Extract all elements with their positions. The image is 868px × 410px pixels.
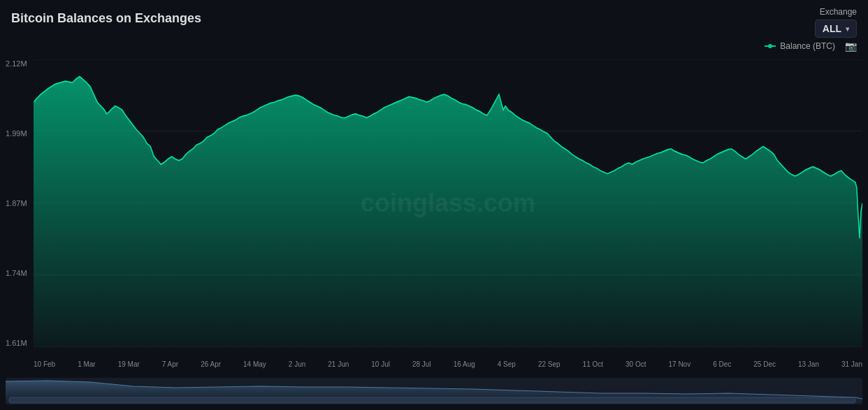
- x-label-4: 26 Apr: [201, 360, 221, 368]
- mini-chart[interactable]: [6, 378, 862, 404]
- x-label-19: 31 Jan: [841, 360, 862, 368]
- x-label-18: 13 Jan: [798, 360, 819, 368]
- x-label-16: 6 Dec: [713, 360, 731, 368]
- svg-rect-5: [9, 397, 855, 403]
- x-label-5: 14 May: [243, 360, 266, 368]
- x-label-17: 25 Dec: [753, 360, 776, 368]
- legend-label: Balance (BTC): [780, 41, 835, 51]
- x-label-10: 16 Aug: [454, 360, 475, 368]
- exchange-selected: ALL: [823, 23, 841, 34]
- x-label-9: 28 Jul: [412, 360, 431, 368]
- x-label-11: 4 Sep: [498, 360, 516, 368]
- x-label-6: 2 Jun: [289, 360, 305, 368]
- exchange-panel: Exchange ALL ▾ Balance (BTC) 📷: [765, 7, 857, 52]
- y-label-3: 1.74M: [6, 269, 27, 277]
- chart-svg: coinglass.com: [34, 59, 862, 347]
- x-label-8: 10 Jul: [371, 360, 390, 368]
- legend: Balance (BTC) 📷: [765, 41, 857, 52]
- exchange-dropdown[interactable]: ALL ▾: [815, 20, 857, 38]
- main-container: Bitcoin Balances on Exchanges Exchange A…: [0, 0, 868, 410]
- exchange-label: Exchange: [820, 7, 857, 17]
- x-label-15: 17 Nov: [668, 360, 690, 368]
- x-label-7: 21 Jun: [328, 360, 349, 368]
- y-label-0: 2.12M: [6, 59, 27, 68]
- x-label-13: 11 Oct: [583, 360, 603, 368]
- x-axis: 10 Feb 1 Mar 19 Mar 7 Apr 26 Apr 14 May …: [34, 349, 862, 368]
- y-label-2: 1.87M: [6, 199, 27, 207]
- chevron-down-icon: ▾: [846, 25, 849, 33]
- x-label-12: 22 Sep: [538, 360, 560, 368]
- y-axis: 2.12M 1.99M 1.87M 1.74M 1.61M: [6, 59, 27, 347]
- x-label-3: 7 Apr: [162, 360, 178, 368]
- camera-icon[interactable]: 📷: [845, 41, 857, 52]
- page-title: Bitcoin Balances on Exchanges: [11, 11, 201, 26]
- y-label-4: 1.61M: [6, 339, 27, 347]
- x-label-1: 1 Mar: [78, 360, 96, 368]
- chart-area: 2.12M 1.99M 1.87M 1.74M 1.61M coinglass.…: [0, 59, 868, 368]
- legend-dot: [765, 45, 776, 47]
- x-label-0: 10 Feb: [34, 360, 55, 368]
- x-label-2: 19 Mar: [118, 360, 140, 368]
- y-label-1: 1.99M: [6, 129, 27, 138]
- x-label-14: 30 Oct: [625, 360, 646, 368]
